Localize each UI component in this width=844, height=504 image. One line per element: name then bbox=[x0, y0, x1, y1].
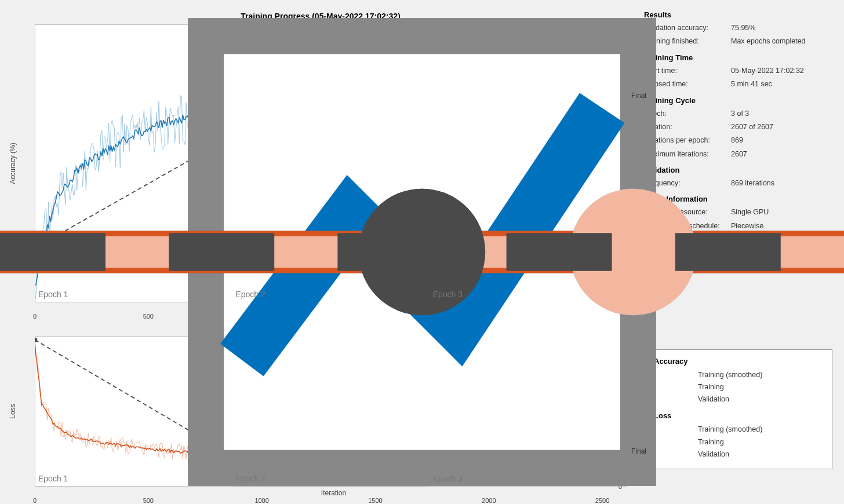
app-root: Training Progress (05-May-2022 17:02:32)… bbox=[0, 0, 844, 504]
legend: Accuracy Training (smoothed) Training Va… bbox=[644, 349, 832, 470]
svg-point-22 bbox=[359, 189, 485, 315]
sidebar: Results Validation accuracy:75.95% Train… bbox=[638, 0, 844, 504]
legend-swatch-val-loss bbox=[670, 450, 693, 458]
